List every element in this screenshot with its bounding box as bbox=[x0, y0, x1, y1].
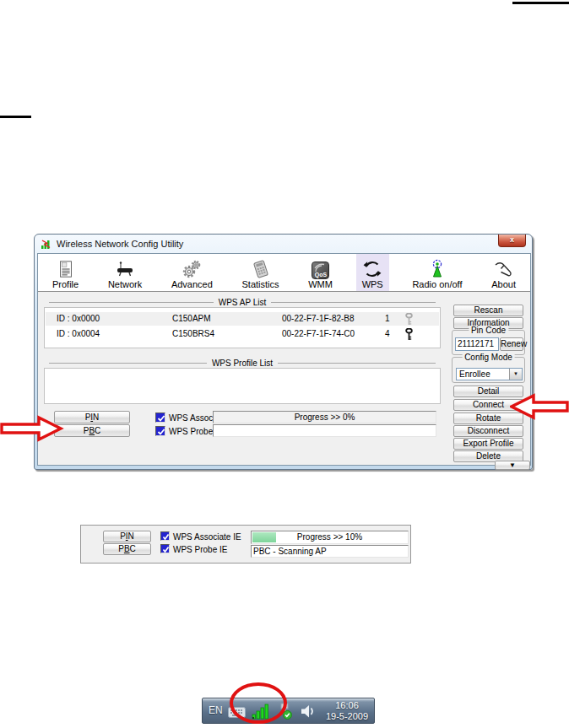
manual-page: Wireless Network Config Utility x bbox=[0, 0, 569, 728]
config-mode-select[interactable]: Enrollee ▼ bbox=[456, 368, 523, 380]
tab-wmm[interactable]: QoS WMM bbox=[302, 254, 339, 291]
pin-button[interactable]: PIN bbox=[103, 531, 151, 542]
rescan-button[interactable]: Rescan bbox=[453, 305, 523, 316]
pin-button[interactable]: PIN bbox=[54, 411, 130, 423]
wps-profile-list[interactable] bbox=[44, 368, 441, 404]
chevron-down-icon[interactable]: ▼ bbox=[509, 369, 522, 380]
tab-advanced[interactable]: Advanced bbox=[165, 254, 219, 291]
wps-associate-ie-label: WPS Associate IE bbox=[173, 532, 241, 542]
pin-code-label: Pin Code bbox=[469, 326, 508, 335]
tab-wps[interactable]: WPS bbox=[356, 254, 389, 291]
progress-bar: Progress >> 0% bbox=[213, 411, 436, 423]
tab-label: About bbox=[491, 279, 516, 289]
wps-ap-list: ID : 0x0000 C150APM 00-22-F7-1F-82-B8 1 bbox=[44, 307, 441, 348]
arrow-to-pbc bbox=[0, 415, 64, 442]
profile-icon bbox=[57, 257, 75, 279]
ap-row[interactable]: ID : 0x0000 C150APM 00-22-F7-1F-82-B8 1 bbox=[46, 312, 439, 326]
wps-probe-ie-checkbox[interactable] bbox=[160, 544, 170, 553]
tab-label: Radio on/off bbox=[412, 279, 462, 289]
arrow-to-connect bbox=[510, 393, 569, 420]
wps-probe-ie-checkbox[interactable] bbox=[155, 426, 165, 436]
tab-radio-on-off[interactable]: Radio on/off bbox=[406, 254, 468, 291]
ap-channel: 4 bbox=[385, 329, 390, 338]
wireless-config-utility-window: Wireless Network Config Utility x bbox=[34, 234, 533, 470]
tab-label: Advanced bbox=[171, 279, 213, 289]
pbc-button[interactable]: PBC bbox=[54, 424, 130, 437]
key-icon bbox=[405, 328, 413, 342]
time: 16:06 bbox=[335, 700, 359, 710]
wps-associate-ie-checkbox[interactable] bbox=[155, 413, 165, 423]
tab-network[interactable]: Network bbox=[102, 254, 148, 291]
disconnect-button[interactable]: Disconnect bbox=[453, 425, 523, 437]
wps-progress-snippet: PIN PBC WPS Associate IE WPS Probe IE Pr… bbox=[80, 525, 411, 564]
key-icon bbox=[405, 313, 413, 327]
tab-label: Network bbox=[108, 279, 142, 289]
status-bar bbox=[213, 424, 436, 437]
progress-text: Progress >> 0% bbox=[214, 412, 436, 423]
tab-label: Profile bbox=[52, 279, 79, 289]
scroll-more-button[interactable]: ▼ bbox=[495, 461, 530, 470]
export-profile-button[interactable]: Export Profile bbox=[453, 438, 523, 450]
window-body: Profile Network bbox=[37, 253, 531, 466]
pbc-button[interactable]: PBC bbox=[103, 543, 151, 555]
tab-about[interactable]: About bbox=[485, 254, 522, 291]
taskbar: EN bbox=[202, 698, 375, 724]
tab-label: WMM bbox=[308, 279, 333, 289]
config-mode-value: Enrollee bbox=[459, 369, 490, 379]
wps-associate-ie-checkbox[interactable] bbox=[160, 531, 170, 541]
ap-mac: 00-22-F7-1F-74-C0 bbox=[282, 329, 355, 338]
clock[interactable]: 16:06 19-5-2009 bbox=[322, 700, 371, 722]
app-icon bbox=[41, 238, 52, 250]
pin-code-field[interactable]: 21112171 bbox=[455, 337, 499, 351]
close-icon[interactable]: x bbox=[498, 235, 526, 247]
ap-list-group-title: WPS AP List bbox=[44, 297, 441, 307]
ap-ssid: C150APM bbox=[172, 314, 211, 323]
calculator-icon bbox=[251, 257, 271, 279]
status-bar: PBC - Scanning AP bbox=[251, 545, 409, 558]
language-indicator[interactable]: EN bbox=[209, 704, 223, 716]
profile-list-group-title: WPS Profile List bbox=[44, 358, 441, 368]
ap-id: ID : 0x0000 bbox=[57, 314, 100, 323]
ap-id: ID : 0x0004 bbox=[57, 329, 100, 338]
wps-icon bbox=[362, 257, 382, 279]
ap-mac: 00-22-F7-1F-82-B8 bbox=[282, 314, 355, 323]
hand-sketch-icon bbox=[494, 257, 514, 279]
progress-bar: Progress >> 10% bbox=[251, 531, 409, 544]
gears-icon bbox=[182, 257, 202, 279]
config-mode-group: Config Mode Enrollee ▼ bbox=[452, 357, 525, 383]
left-rule bbox=[0, 116, 31, 118]
date: 19-5-2009 bbox=[326, 711, 368, 721]
ap-ssid: C150BRS4 bbox=[172, 329, 214, 338]
tab-label: WPS bbox=[362, 279, 383, 289]
tab-label: Statistics bbox=[242, 279, 279, 289]
wps-probe-ie-label: WPS Probe IE bbox=[173, 545, 227, 554]
pin-code-group: Pin Code 21112171 Renew bbox=[452, 330, 525, 355]
title-bar[interactable]: Wireless Network Config Utility bbox=[35, 235, 532, 253]
config-mode-label: Config Mode bbox=[462, 353, 515, 362]
window-title: Wireless Network Config Utility bbox=[57, 239, 183, 249]
network-icon bbox=[115, 257, 135, 279]
renew-button[interactable]: Renew bbox=[500, 337, 523, 351]
tab-statistics[interactable]: Statistics bbox=[236, 254, 285, 291]
ap-channel: 1 bbox=[385, 314, 390, 323]
antenna-icon bbox=[428, 257, 447, 279]
ap-row[interactable]: ID : 0x0004 C150BRS4 00-22-F7-1F-74-C0 4 bbox=[46, 327, 439, 341]
top-right-rule bbox=[512, 2, 569, 4]
volume-icon[interactable] bbox=[301, 704, 317, 722]
highlight-circle bbox=[230, 682, 287, 724]
qos-icon: QoS bbox=[312, 257, 329, 279]
toolbar: Profile Network bbox=[38, 254, 530, 292]
tab-profile[interactable]: Profile bbox=[46, 254, 84, 291]
